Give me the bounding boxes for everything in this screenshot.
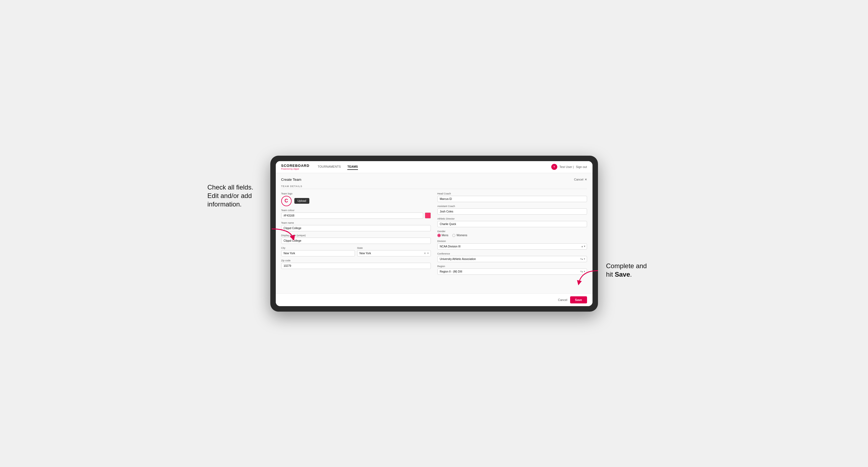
assistant-coach-group: Assistant Coach <box>437 205 587 215</box>
conference-label: Conference <box>437 252 587 255</box>
user-avatar: T <box>551 164 557 170</box>
region-select-wrapper: ✕ ▲▼ <box>437 269 587 275</box>
tablet-frame: SCOREBOARD Powered by clippd TOURNAMENTS… <box>270 156 598 312</box>
athletic-director-group: Athletic Director <box>437 217 587 227</box>
color-swatch[interactable] <box>425 213 431 218</box>
state-clear-icon[interactable]: ✕ <box>424 252 426 255</box>
section-label: TEAM DETAILS <box>281 185 587 189</box>
athletic-director-input[interactable] <box>437 221 587 227</box>
region-label: Region <box>437 265 587 268</box>
gender-radio-group: Mens Womens <box>437 234 587 237</box>
upload-button[interactable]: Upload <box>294 198 310 204</box>
display-name-input[interactable] <box>281 238 431 244</box>
logo-sub: Powered by clippd <box>281 168 310 170</box>
region-input[interactable] <box>437 269 587 275</box>
team-logo-label: Team logo <box>281 192 431 195</box>
conference-caret-icon: ▲▼ <box>581 258 586 260</box>
team-colour-label: Team colour <box>281 209 431 212</box>
state-input[interactable] <box>357 250 431 256</box>
gender-mens-radio[interactable] <box>437 234 441 237</box>
form-header: Create Team Cancel ✕ <box>281 178 587 182</box>
logo-area: C Upload <box>281 196 431 206</box>
city-group: City <box>281 247 355 256</box>
form-body: Team logo C Upload Team colour <box>281 192 587 277</box>
nav-teams[interactable]: TEAMS <box>347 164 358 170</box>
nav-links: TOURNAMENTS TEAMS <box>317 164 551 170</box>
form-title: Create Team <box>281 178 302 182</box>
conference-group: Conference ✕ ▲▼ <box>437 252 587 262</box>
arrow-left-icon <box>272 227 296 240</box>
athletic-director-label: Athletic Director <box>437 217 587 220</box>
city-state-group: City State ✕ ▼ <box>281 247 431 256</box>
assistant-coach-label: Assistant Coach <box>437 205 587 208</box>
conference-input[interactable] <box>437 256 587 262</box>
conference-select-wrapper: ✕ ▲▼ <box>437 256 587 262</box>
form-container: Create Team Cancel ✕ TEAM DETAILS Team l… <box>276 173 592 293</box>
state-caret-icon: ▼ <box>427 252 429 254</box>
nav-tournaments[interactable]: TOURNAMENTS <box>317 164 341 170</box>
tablet-screen: SCOREBOARD Powered by clippd TOURNAMENTS… <box>276 161 592 306</box>
save-button[interactable]: Save <box>570 296 587 303</box>
zip-label: Zip code <box>281 259 431 262</box>
state-group: State ✕ ▼ <box>357 247 431 256</box>
head-coach-label: Head Coach <box>437 192 587 195</box>
display-name-group: Display name (unique) <box>281 234 431 244</box>
annotation-left: Check all fields. Edit and/or add inform… <box>208 183 265 209</box>
team-name-label: Team name <box>281 221 431 224</box>
division-select[interactable]: NCAA Division III <box>437 243 587 250</box>
team-logo-group: Team logo C Upload <box>281 192 431 206</box>
gender-group: Gender Mens Womens <box>437 230 587 237</box>
assistant-coach-input[interactable] <box>437 208 587 215</box>
city-input[interactable] <box>281 250 355 256</box>
state-select-wrapper: ✕ ▼ <box>357 250 431 256</box>
zip-code-group: Zip code <box>281 259 431 269</box>
cancel-button[interactable]: Cancel <box>558 298 567 302</box>
form-right-column: Head Coach Assistant Coach Athletic Dire… <box>437 192 587 277</box>
logo-preview: C <box>281 196 291 206</box>
gender-label: Gender <box>437 230 587 233</box>
city-label: City <box>281 247 355 249</box>
logo-main: SCOREBOARD <box>281 164 310 168</box>
zip-input[interactable] <box>281 263 431 269</box>
team-name-input[interactable] <box>281 225 431 231</box>
nav-user: Test User | <box>559 165 574 168</box>
arrow-right-icon <box>576 269 601 286</box>
division-label: Division <box>437 240 587 243</box>
form-cancel-header[interactable]: Cancel ✕ <box>574 178 587 181</box>
division-group: Division NCAA Division III ▲▼ <box>437 240 587 250</box>
team-colour-input[interactable] <box>281 213 423 219</box>
annotation-right: Complete and hit Save. <box>606 261 669 279</box>
display-name-label: Display name (unique) <box>281 234 431 237</box>
gender-womens-radio[interactable] <box>452 234 456 237</box>
gender-mens-option[interactable]: Mens <box>437 234 448 237</box>
city-state-row: City State ✕ ▼ <box>281 247 431 256</box>
team-name-group: Team name <box>281 221 431 231</box>
nav-bar: SCOREBOARD Powered by clippd TOURNAMENTS… <box>276 161 592 173</box>
close-icon[interactable]: ✕ <box>585 178 587 181</box>
head-coach-input[interactable] <box>437 196 587 202</box>
head-coach-group: Head Coach <box>437 192 587 202</box>
gender-womens-option[interactable]: Womens <box>452 234 467 237</box>
sign-out-link[interactable]: Sign out <box>576 165 587 168</box>
app-logo: SCOREBOARD Powered by clippd <box>281 164 310 170</box>
region-group: Region ✕ ▲▼ <box>437 265 587 275</box>
colour-field-wrapper <box>281 213 431 219</box>
form-footer: Cancel Save <box>276 293 592 306</box>
division-select-wrapper: NCAA Division III ▲▼ <box>437 243 587 250</box>
state-label: State <box>357 247 431 249</box>
team-colour-group: Team colour <box>281 209 431 219</box>
nav-right: T Test User | Sign out <box>551 164 587 170</box>
form-left-column: Team logo C Upload Team colour <box>281 192 431 277</box>
